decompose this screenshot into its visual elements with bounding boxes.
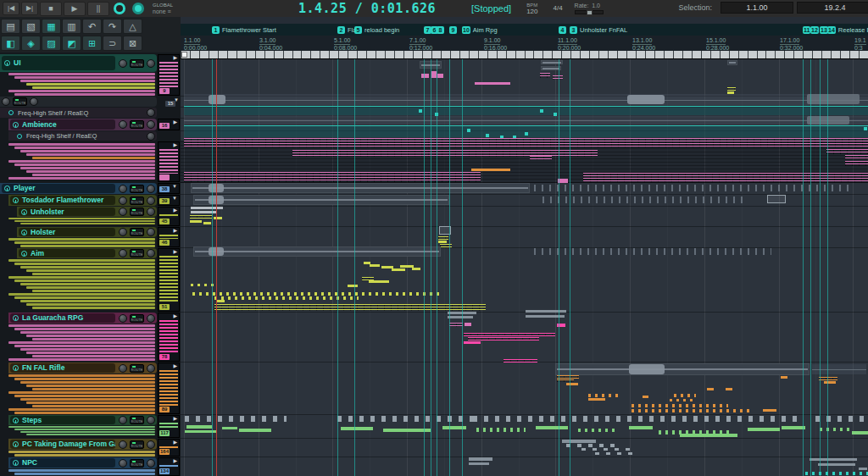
media-item[interactable] bbox=[469, 462, 489, 465]
media-item[interactable] bbox=[682, 416, 801, 422]
media-item[interactable] bbox=[191, 207, 223, 209]
rate-slider[interactable] bbox=[575, 10, 604, 14]
filter-icon[interactable]: ▼ bbox=[174, 97, 179, 103]
track-name[interactable]: Player bbox=[2, 184, 115, 192]
automation-lane[interactable] bbox=[8, 324, 155, 327]
automation-lane[interactable] bbox=[26, 286, 155, 289]
power-icon[interactable] bbox=[13, 365, 19, 371]
route-button[interactable]: ROUTE bbox=[130, 228, 144, 236]
automation-lane[interactable] bbox=[14, 163, 155, 166]
track-name[interactable]: La Guaracha RPG bbox=[10, 313, 115, 322]
fx-knob[interactable] bbox=[147, 108, 155, 117]
power-icon[interactable] bbox=[21, 209, 27, 215]
automation-lane[interactable] bbox=[8, 276, 155, 279]
media-item[interactable] bbox=[216, 300, 225, 302]
power-icon[interactable] bbox=[13, 197, 19, 203]
automation-lane[interactable] bbox=[20, 300, 155, 302]
media-item[interactable] bbox=[540, 109, 543, 113]
track-header-player[interactable]: PlayerROUTE bbox=[0, 183, 157, 194]
automation-lane[interactable] bbox=[32, 290, 155, 292]
automation-lane[interactable] bbox=[8, 391, 155, 394]
automation-lane[interactable] bbox=[26, 153, 155, 156]
new-project-button[interactable]: ▤ bbox=[1, 19, 20, 34]
global-automation-control[interactable]: GLOBAL none ≡ bbox=[153, 3, 173, 14]
rate-control[interactable]: Rate: 1.0 bbox=[575, 3, 604, 14]
media-item[interactable] bbox=[467, 129, 470, 132]
automation-lane[interactable] bbox=[32, 388, 155, 390]
item-edit-button[interactable]: ◩ bbox=[62, 36, 81, 51]
media-item[interactable] bbox=[555, 363, 810, 375]
automation-lane[interactable] bbox=[14, 429, 155, 430]
media-item[interactable] bbox=[553, 75, 563, 80]
media-item[interactable] bbox=[536, 426, 568, 429]
automation-lane[interactable] bbox=[32, 307, 155, 309]
media-item[interactable] bbox=[465, 323, 471, 326]
marker[interactable]: 12 bbox=[810, 25, 819, 35]
media-item[interactable] bbox=[530, 156, 552, 160]
media-item[interactable] bbox=[190, 215, 212, 219]
undo-button[interactable]: ↶ bbox=[82, 19, 102, 34]
media-item[interactable] bbox=[469, 457, 492, 461]
open-project-button[interactable]: ▧ bbox=[21, 19, 41, 34]
media-item[interactable] bbox=[845, 155, 868, 159]
automation-lane[interactable] bbox=[8, 451, 155, 453]
media-item[interactable] bbox=[437, 74, 443, 78]
ripple-edit-button[interactable]: ⊃ bbox=[103, 36, 122, 51]
marker[interactable]: 10Aim Rpg bbox=[462, 25, 498, 35]
media-item[interactable] bbox=[476, 428, 526, 432]
media-item[interactable] bbox=[341, 427, 373, 430]
automation-lane[interactable] bbox=[8, 238, 155, 241]
automation-lane[interactable] bbox=[14, 147, 155, 149]
stop-button[interactable]: ■ bbox=[40, 2, 62, 16]
track-name[interactable]: PC Taking Damage From Gas bbox=[10, 440, 115, 448]
media-item[interactable] bbox=[186, 425, 212, 429]
automation-lane[interactable] bbox=[14, 395, 155, 397]
automation-lane[interactable] bbox=[20, 431, 155, 433]
media-item[interactable] bbox=[815, 416, 868, 422]
bpm-display[interactable]: BPM120 bbox=[526, 3, 537, 15]
arrange-view[interactable] bbox=[181, 59, 868, 476]
play-icon[interactable]: ▶ bbox=[173, 440, 177, 446]
track-header-npc[interactable]: NPCROUTE bbox=[8, 457, 157, 468]
time-selection-band[interactable] bbox=[181, 51, 868, 58]
track-name[interactable]: Steps bbox=[10, 416, 115, 424]
media-item[interactable] bbox=[818, 463, 855, 466]
automation-lane[interactable] bbox=[32, 273, 155, 275]
power-icon[interactable] bbox=[13, 441, 19, 447]
pan-knob[interactable] bbox=[147, 249, 155, 257]
time-position-display[interactable]: 1.4.25 / 0:01.626 bbox=[298, 1, 436, 16]
volume-knob[interactable] bbox=[119, 440, 127, 449]
marker[interactable]: 8 bbox=[437, 25, 444, 35]
media-item[interactable] bbox=[819, 377, 837, 380]
track-header-ambience[interactable]: AmbienceROUTE bbox=[8, 119, 157, 130]
media-item[interactable] bbox=[557, 375, 579, 379]
automation-lane[interactable] bbox=[32, 355, 155, 357]
media-item[interactable] bbox=[185, 416, 287, 422]
automation-lane[interactable] bbox=[14, 263, 155, 265]
lock-button[interactable]: ⊠ bbox=[123, 36, 142, 51]
automation-lane[interactable] bbox=[26, 385, 155, 387]
media-item[interactable] bbox=[486, 134, 489, 137]
play-icon[interactable]: ▶ bbox=[173, 249, 177, 255]
media-item[interactable] bbox=[184, 106, 868, 115]
media-item[interactable] bbox=[542, 196, 746, 203]
media-item[interactable] bbox=[767, 195, 786, 203]
route-button[interactable]: ROUTE bbox=[13, 97, 27, 106]
track-name[interactable]: Holster bbox=[19, 228, 115, 236]
volume-knob[interactable] bbox=[119, 416, 127, 424]
media-item[interactable] bbox=[292, 150, 598, 157]
volume-knob[interactable] bbox=[119, 196, 127, 205]
fx-enable-icon[interactable] bbox=[8, 110, 14, 115]
automation-lane[interactable] bbox=[20, 223, 155, 224]
track-header-unholster[interactable]: UnholsterROUTE bbox=[17, 207, 157, 217]
automation-lane[interactable] bbox=[14, 220, 155, 222]
play-icon[interactable]: ▶ bbox=[173, 458, 177, 464]
media-item[interactable] bbox=[184, 94, 868, 105]
fx-knob[interactable] bbox=[147, 132, 155, 141]
media-item[interactable] bbox=[540, 73, 550, 78]
play-icon[interactable]: ▶ bbox=[173, 228, 177, 234]
automation-lane[interactable] bbox=[26, 303, 155, 306]
pan-knob[interactable] bbox=[147, 196, 155, 205]
media-item[interactable] bbox=[191, 183, 530, 193]
media-item[interactable] bbox=[807, 116, 849, 125]
